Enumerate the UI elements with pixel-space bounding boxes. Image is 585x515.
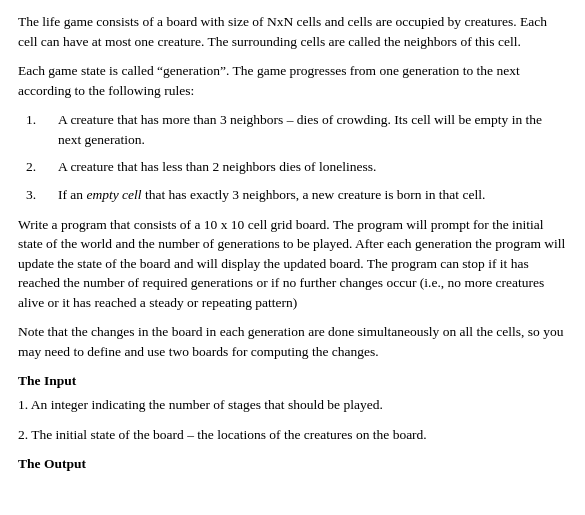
input-item-2: 2. The initial state of the board – the … <box>18 425 567 445</box>
rule-text-1: A creature that has more than 3 neighbor… <box>58 110 567 149</box>
intro-paragraph-1: The life game consists of a board with s… <box>18 12 567 51</box>
note-text: Note that the changes in the board in ea… <box>18 324 563 359</box>
program-description: Write a program that consists of a 10 x … <box>18 215 567 313</box>
input-section: The Input 1. An integer indicating the n… <box>18 371 567 444</box>
rule-number-3: 3. <box>18 185 58 205</box>
rules-list: 1. A creature that has more than 3 neigh… <box>18 110 567 204</box>
note-paragraph: Note that the changes in the board in ea… <box>18 322 567 361</box>
output-heading: The Output <box>18 454 567 474</box>
rule3-prefix: If an <box>58 187 86 202</box>
intro-text-1: The life game consists of a board with s… <box>18 14 547 49</box>
input-heading: The Input <box>18 371 567 391</box>
intro-paragraph-2: Each game state is called “generation”. … <box>18 61 567 100</box>
rule-text-2: A creature that has less than 2 neighbor… <box>58 157 567 177</box>
intro-text-2: Each game state is called “generation”. … <box>18 63 520 98</box>
rule-item-3: 3. If an empty cell that has exactly 3 n… <box>18 185 567 205</box>
rule3-italic: empty cell <box>86 187 141 202</box>
rule3-suffix: that has exactly 3 neighbors, a new crea… <box>142 187 486 202</box>
rule-number-1: 1. <box>18 110 58 149</box>
rule-item-1: 1. A creature that has more than 3 neigh… <box>18 110 567 149</box>
rule-text-3: If an empty cell that has exactly 3 neig… <box>58 185 567 205</box>
input-item-1: 1. An integer indicating the number of s… <box>18 395 567 415</box>
rule-number-2: 2. <box>18 157 58 177</box>
rule-item-2: 2. A creature that has less than 2 neigh… <box>18 157 567 177</box>
program-text: Write a program that consists of a 10 x … <box>18 217 565 310</box>
main-content: The life game consists of a board with s… <box>0 0 585 490</box>
